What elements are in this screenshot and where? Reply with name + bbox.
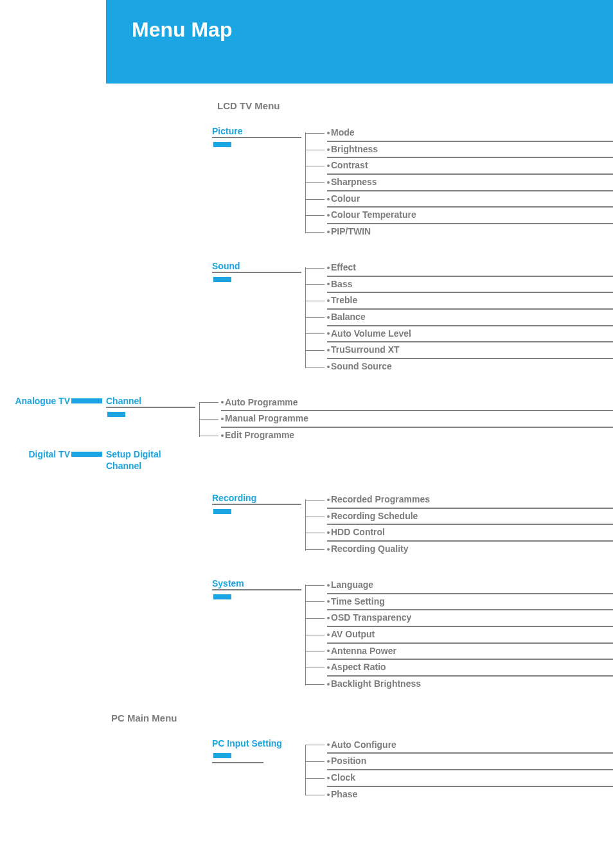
channel-row: Analogue TV Channel Auto Programme Manua… xyxy=(0,395,613,443)
tv-connector-bar xyxy=(71,398,102,403)
menu-map-diagram: Picture Mode Brightness Contrast Sharpne… xyxy=(106,125,613,802)
analogue-tv-label: Analogue TV xyxy=(15,396,70,406)
menu-item: Time Setting xyxy=(327,594,613,611)
menu-item: OSD Transparency xyxy=(327,610,613,627)
menu-item: Manual Programme xyxy=(221,411,613,428)
category-connector-bar xyxy=(213,277,231,282)
tree-bracket xyxy=(305,745,306,796)
category-connector-bar xyxy=(213,594,231,599)
system-category: System xyxy=(212,578,301,590)
menu-item: Bass xyxy=(327,277,613,294)
menu-item: Sound Source xyxy=(327,359,613,375)
menu-item: Sharpness xyxy=(327,175,613,191)
menu-item: Mode xyxy=(327,125,613,142)
menu-item: Language xyxy=(327,578,613,594)
menu-item: Auto Configure xyxy=(327,738,613,754)
menu-item: Auto Programme xyxy=(221,395,613,412)
menu-item: Antenna Power xyxy=(327,644,613,660)
sound-row: Sound Effect Bass Treble Balance Auto Vo… xyxy=(106,260,613,375)
menu-item: Contrast xyxy=(327,158,613,175)
menu-item: Auto Volume Level xyxy=(327,326,613,343)
recording-category: Recording xyxy=(212,492,301,505)
menu-item: Colour xyxy=(327,191,613,208)
menu-item: Recording Quality xyxy=(327,542,613,557)
picture-row: Picture Mode Brightness Contrast Sharpne… xyxy=(106,125,613,240)
sound-items: Effect Bass Treble Balance Auto Volume L… xyxy=(305,260,613,375)
picture-items: Mode Brightness Contrast Sharpness Colou… xyxy=(305,125,613,240)
category-connector-bar xyxy=(107,412,125,417)
category-connector-bar xyxy=(213,509,231,514)
menu-item: TruSurround XT xyxy=(327,342,613,359)
menu-item: Phase xyxy=(327,787,613,802)
page-title: Menu Map xyxy=(132,18,613,42)
menu-item: Edit Programme xyxy=(221,428,613,443)
menu-item: Colour Temperature xyxy=(327,208,613,224)
menu-item: Aspect Ratio xyxy=(327,660,613,677)
menu-item: Treble xyxy=(327,293,613,310)
menu-item: HDD Control xyxy=(327,525,613,542)
recording-row: Recording Recorded Programmes Recording … xyxy=(106,492,613,557)
pc-input-setting-category: PC Input Setting xyxy=(212,738,301,749)
pc-main-menu-heading: PC Main Menu xyxy=(111,713,613,723)
setup-digital-channel-category: Setup Digital Channel xyxy=(106,448,195,472)
pc-input-items: Auto Configure Position Clock Phase xyxy=(305,738,613,802)
channel-items: Auto Programme Manual Programme Edit Pro… xyxy=(199,395,613,443)
digital-tv-label: Digital TV xyxy=(28,449,70,459)
menu-item: Balance xyxy=(327,310,613,326)
menu-item: Effect xyxy=(327,260,613,277)
category-connector-bar xyxy=(213,753,231,758)
menu-item: Clock xyxy=(327,770,613,787)
picture-category: Picture xyxy=(212,125,301,138)
system-items: Language Time Setting OSD Transparency A… xyxy=(305,578,613,692)
recording-items: Recorded Programmes Recording Schedule H… xyxy=(305,492,613,557)
menu-item: PIP/TWIN xyxy=(327,224,613,240)
page-banner: Menu Map xyxy=(106,0,613,84)
category-connector-bar xyxy=(213,142,231,147)
menu-item: Brightness xyxy=(327,142,613,159)
system-row: System Language Time Setting OSD Transpa… xyxy=(106,578,613,692)
tv-connector-bar xyxy=(71,452,102,457)
lcd-tv-menu-heading: LCD TV Menu xyxy=(217,100,613,111)
menu-item: Recorded Programmes xyxy=(327,492,613,509)
tree-bracket xyxy=(305,499,306,551)
menu-item: Recording Schedule xyxy=(327,509,613,526)
setup-digital-channel-row: Digital TV Setup Digital Channel xyxy=(0,448,613,472)
channel-category: Channel xyxy=(106,395,195,408)
menu-item: Position xyxy=(327,754,613,770)
sound-category: Sound xyxy=(212,260,301,273)
pc-input-setting-row: PC Input Setting Auto Configure Position… xyxy=(106,738,613,802)
menu-item: Backlight Brightness xyxy=(327,677,613,692)
menu-item: AV Output xyxy=(327,627,613,644)
main-content: LCD TV Menu Picture Mode Brightness Cont… xyxy=(106,84,613,868)
